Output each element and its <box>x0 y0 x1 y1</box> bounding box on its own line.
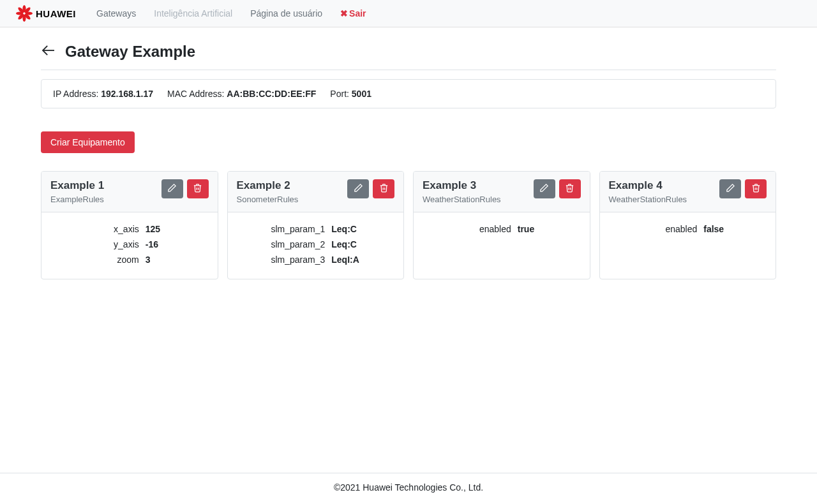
brand-logo[interactable]: HUAWEI <box>15 5 76 22</box>
device-card: Example 3WeatherStationRulesenabledtrue <box>413 171 590 279</box>
info-mac: MAC Address: AA:BB:CC:DD:EE:FF <box>167 89 316 99</box>
param-key: x_axis <box>82 224 139 234</box>
param-key: enabled <box>454 224 511 234</box>
device-card-title: Example 1 <box>50 179 104 192</box>
gateway-info-card: IP Address: 192.168.1.17 MAC Address: AA… <box>41 79 776 108</box>
param-row: enabledtrue <box>423 224 581 234</box>
device-card-actions <box>347 179 394 198</box>
device-card-actions <box>719 179 767 198</box>
device-card-subtitle: SonometerRules <box>237 195 299 204</box>
nav-link-user-page[interactable]: Página de usuário <box>245 6 327 21</box>
edit-button[interactable] <box>161 179 183 198</box>
page-header: Gateway Example <box>41 38 776 70</box>
pencil-icon <box>539 183 549 195</box>
edit-button[interactable] <box>347 179 369 198</box>
device-card-body: enabledfalse <box>600 212 776 248</box>
pencil-icon <box>726 183 735 195</box>
device-card-actions <box>534 179 581 198</box>
trash-icon <box>379 183 389 195</box>
param-row: zoom3 <box>50 255 209 265</box>
device-card-body: slm_param_1Leq:Cslm_param_2Leq:Cslm_para… <box>228 212 404 279</box>
edit-button[interactable] <box>534 179 555 198</box>
param-key: zoom <box>82 255 139 265</box>
param-value: LeqI:A <box>331 255 363 265</box>
device-card-subtitle: WeatherStationRules <box>609 195 687 204</box>
device-card-title: Example 4 <box>609 179 687 192</box>
info-port: Port: 5001 <box>330 89 371 99</box>
delete-button[interactable] <box>187 179 209 198</box>
param-value: true <box>518 224 550 234</box>
param-key: slm_param_2 <box>267 239 325 249</box>
device-card-body: enabledtrue <box>414 212 590 248</box>
param-value: Leq:C <box>331 224 363 234</box>
trash-icon <box>193 183 202 195</box>
param-value: 3 <box>146 255 177 265</box>
nav-link-gateways[interactable]: Gateways <box>91 6 141 21</box>
delete-button[interactable] <box>745 179 767 198</box>
delete-button[interactable] <box>559 179 581 198</box>
param-key: enabled <box>640 224 697 234</box>
device-card-title: Example 2 <box>237 179 299 192</box>
create-equipment-button[interactable]: Criar Equipamento <box>41 131 135 153</box>
huawei-logo-icon <box>15 5 33 22</box>
trash-icon <box>565 183 574 195</box>
info-ip: IP Address: 192.168.1.17 <box>53 89 153 99</box>
device-card-header: Example 1ExampleRules <box>41 172 218 212</box>
param-row: enabledfalse <box>609 224 767 234</box>
nav-link-logout-label: Sair <box>349 8 366 19</box>
param-row: slm_param_2Leq:C <box>237 239 395 249</box>
delete-button[interactable] <box>373 179 394 198</box>
nav-link-ai[interactable]: Inteligência Artificial <box>149 6 237 21</box>
device-card-header: Example 2SonometerRules <box>228 172 404 212</box>
param-row: slm_param_1Leq:C <box>237 224 395 234</box>
device-card-subtitle: WeatherStationRules <box>423 195 501 204</box>
param-value: 125 <box>146 224 177 234</box>
param-value: Leq:C <box>331 239 363 249</box>
back-arrow-icon[interactable] <box>41 45 56 59</box>
param-value: false <box>703 224 735 234</box>
brand-text: HUAWEI <box>36 8 76 19</box>
edit-button[interactable] <box>719 179 741 198</box>
device-card-title: Example 3 <box>423 179 501 192</box>
param-row: slm_param_3LeqI:A <box>237 255 395 265</box>
device-card-actions <box>161 179 209 198</box>
device-cards-row: Example 1ExampleRulesx_axis125y_axis-16z… <box>41 171 776 279</box>
param-key: slm_param_3 <box>267 255 325 265</box>
device-card: Example 2SonometerRulesslm_param_1Leq:Cs… <box>227 171 405 279</box>
close-icon: ✖ <box>340 8 348 19</box>
param-row: x_axis125 <box>50 224 209 234</box>
device-card-subtitle: ExampleRules <box>50 195 104 204</box>
trash-icon <box>751 183 761 195</box>
page-title: Gateway Example <box>65 43 195 61</box>
footer-text: ©2021 Huawei Technologies Co., Ltd. <box>334 482 483 493</box>
device-card-body: x_axis125y_axis-16zoom3 <box>41 212 218 279</box>
device-card-header: Example 4WeatherStationRules <box>600 172 776 212</box>
param-value: -16 <box>146 239 177 249</box>
device-card: Example 1ExampleRulesx_axis125y_axis-16z… <box>41 171 218 279</box>
nav-link-logout[interactable]: ✖ Sair <box>335 6 371 21</box>
pencil-icon <box>167 183 177 195</box>
navbar: HUAWEI Gateways Inteligência Artificial … <box>0 0 817 27</box>
param-row: y_axis-16 <box>50 239 209 249</box>
device-card-header: Example 3WeatherStationRules <box>414 172 590 212</box>
param-key: slm_param_1 <box>267 224 325 234</box>
footer: ©2021 Huawei Technologies Co., Ltd. <box>0 473 817 504</box>
param-key: y_axis <box>82 239 139 249</box>
pencil-icon <box>354 183 363 195</box>
device-card: Example 4WeatherStationRulesenabledfalse <box>599 171 777 279</box>
